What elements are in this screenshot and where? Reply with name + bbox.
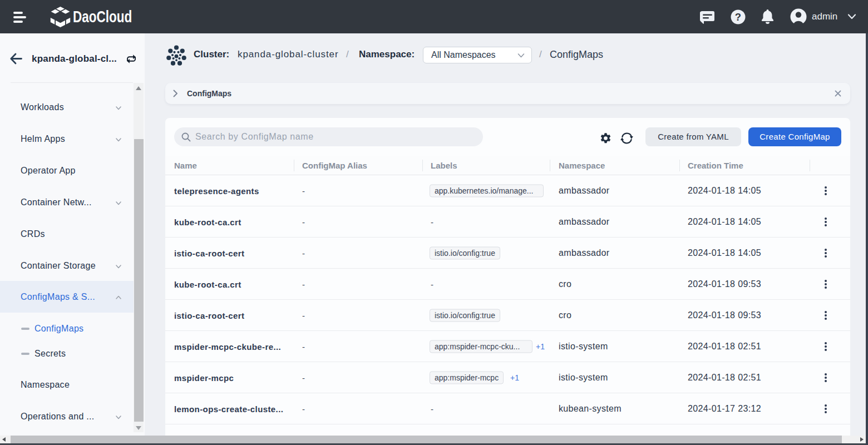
svg-text:?: ? bbox=[735, 11, 741, 23]
